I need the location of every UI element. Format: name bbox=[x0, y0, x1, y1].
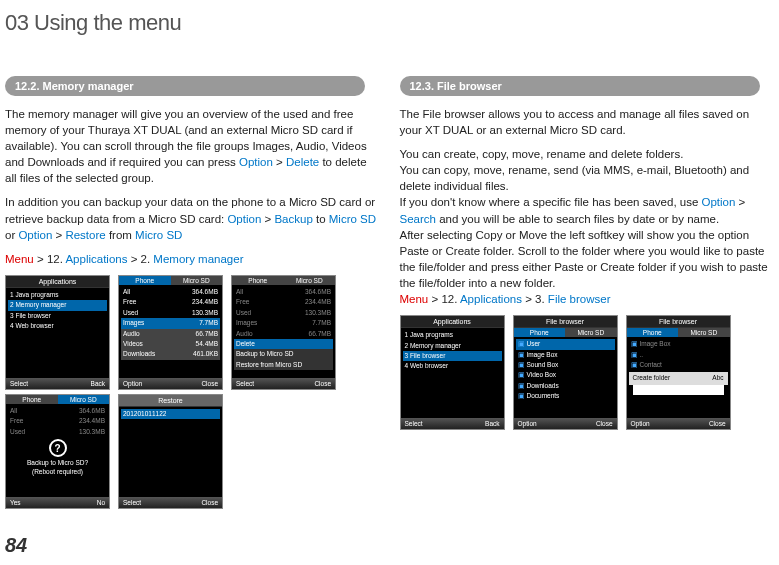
list-item: 3 File browser bbox=[403, 351, 502, 361]
option-link: Option bbox=[239, 156, 273, 168]
dialog-line1: Backup to Micro SD? bbox=[8, 459, 107, 467]
folder-name: Downloads bbox=[527, 382, 559, 390]
value: 234.4MB bbox=[192, 298, 218, 306]
folder-icon: ▣ bbox=[518, 371, 525, 379]
tab-microsd: Micro SD bbox=[58, 395, 110, 404]
fb-link: File browser bbox=[548, 293, 611, 305]
screenshot-backup-confirm: PhoneMicro SD All364.6MB Free234.4MB Use… bbox=[5, 394, 110, 509]
value: 7.7MB bbox=[199, 319, 218, 327]
softkey-left: Select bbox=[236, 380, 254, 387]
menu-link: Menu bbox=[5, 253, 34, 265]
folder-icon: ▣ bbox=[518, 351, 525, 359]
delete-link: Delete bbox=[286, 156, 319, 168]
text: or bbox=[5, 229, 18, 241]
restore-item: 201201011122 bbox=[121, 409, 220, 419]
folder-name: Image Box bbox=[527, 351, 558, 359]
right-p1: The File browser allows you to access an… bbox=[400, 106, 775, 138]
label: Used bbox=[123, 309, 138, 317]
text: > bbox=[273, 156, 286, 168]
label: Free bbox=[236, 298, 249, 306]
text: and you will be able to search files by … bbox=[436, 213, 719, 225]
text: > 12. bbox=[34, 253, 66, 265]
backup-link: Backup bbox=[274, 213, 312, 225]
softkey-right: No bbox=[97, 499, 105, 506]
list-item: 2 Memory manager bbox=[403, 341, 502, 351]
chapter-title: 03 Using the menu bbox=[0, 0, 779, 36]
folder-name: Documents bbox=[527, 392, 560, 400]
section-12-2-header: 12.2. Memory manager bbox=[5, 76, 365, 96]
label: Used bbox=[10, 428, 25, 436]
label: All bbox=[10, 407, 17, 415]
menu-backup: Backup to Micro SD bbox=[234, 349, 333, 359]
left-p2: In addition you can backup your data on … bbox=[5, 194, 380, 242]
menu-restore: Restore from Micro SD bbox=[234, 360, 333, 370]
folder-icon: ▣ bbox=[518, 340, 525, 348]
text: from bbox=[106, 229, 135, 241]
value: 364.6MB bbox=[305, 288, 331, 296]
folder-icon: ▣ bbox=[518, 392, 525, 400]
tab-microsd: Micro SD bbox=[678, 328, 730, 337]
value: 234.4MB bbox=[305, 298, 331, 306]
softkey-right: Close bbox=[201, 380, 218, 387]
folder-name: User bbox=[527, 340, 541, 348]
softkey-right: Back bbox=[485, 420, 499, 427]
text: > bbox=[735, 196, 745, 208]
label: Free bbox=[123, 298, 136, 306]
folder-icon: ▣ bbox=[631, 340, 638, 348]
right-p5: After selecting Copy or Move the left so… bbox=[400, 227, 775, 291]
text: > 12. bbox=[428, 293, 460, 305]
tab-phone: Phone bbox=[627, 328, 679, 337]
text: > 3. bbox=[522, 293, 548, 305]
softkey-left: Select bbox=[10, 380, 28, 387]
input-mode: Abc bbox=[712, 374, 723, 382]
text: > bbox=[52, 229, 65, 241]
option-link: Option bbox=[227, 213, 261, 225]
softkey-left: Option bbox=[631, 420, 650, 427]
folder-icon: ▣ bbox=[518, 382, 525, 390]
value: 130.3MB bbox=[305, 309, 331, 317]
option-link: Option bbox=[18, 229, 52, 241]
tab-phone: Phone bbox=[232, 276, 284, 285]
folder-icon: ▣ bbox=[518, 361, 525, 369]
screenshot-applications: Applications 1 Java programs 2 Memory ma… bbox=[5, 275, 110, 390]
label: Images bbox=[236, 319, 257, 327]
right-p2: You can create, copy, move, rename and d… bbox=[400, 146, 775, 162]
right-breadcrumb: Menu > 12. Applications > 3. File browse… bbox=[400, 291, 775, 307]
value: 364.6MB bbox=[192, 288, 218, 296]
list-item: 2 Memory manager bbox=[8, 300, 107, 310]
screen-title: Applications bbox=[6, 276, 109, 288]
apps-link: Applications bbox=[65, 253, 127, 265]
text: to bbox=[313, 213, 329, 225]
folder-name: Sound Box bbox=[527, 361, 559, 369]
left-column: 12.2. Memory manager The memory manager … bbox=[5, 76, 380, 509]
dialog-line2: (Reboot required) bbox=[8, 468, 107, 476]
screen-title: File browser bbox=[627, 316, 730, 328]
apps-link: Applications bbox=[460, 293, 522, 305]
value: 66.7MB bbox=[196, 330, 218, 338]
softkey-left: Yes bbox=[10, 499, 21, 506]
value: 54.4MB bbox=[196, 340, 218, 348]
list-item: 1 Java programs bbox=[8, 290, 107, 300]
folder-icon: ▣ bbox=[631, 361, 638, 369]
microsd-link: Micro SD bbox=[135, 229, 182, 241]
text: > bbox=[261, 213, 274, 225]
list-item: 1 Java programs bbox=[403, 330, 502, 340]
label: Free bbox=[10, 417, 23, 425]
label: Images bbox=[123, 319, 144, 327]
softkey-left: Option bbox=[518, 420, 537, 427]
value: 130.3MB bbox=[192, 309, 218, 317]
mm-link: Memory manager bbox=[153, 253, 243, 265]
menu-delete: Delete bbox=[234, 339, 333, 349]
right-p3: You can copy, move, rename, send (via MM… bbox=[400, 162, 775, 194]
search-link: Search bbox=[400, 213, 436, 225]
page-number: 84 bbox=[5, 534, 27, 557]
value: 66.7MB bbox=[309, 330, 331, 338]
label: All bbox=[123, 288, 130, 296]
tab-phone: Phone bbox=[514, 328, 566, 337]
value: 364.6MB bbox=[79, 407, 105, 415]
text: > 2. bbox=[127, 253, 153, 265]
left-p1: The memory manager will give you an over… bbox=[5, 106, 380, 186]
softkey-left: Option bbox=[123, 380, 142, 387]
microsd-link: Micro SD bbox=[329, 213, 376, 225]
label: Videos bbox=[123, 340, 143, 348]
